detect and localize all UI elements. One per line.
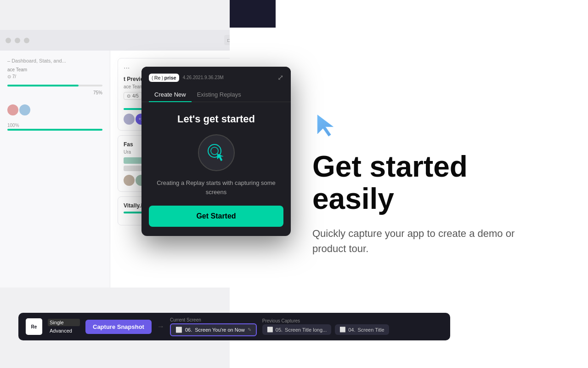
popup-tabs: Create New Existing Replays <box>141 87 291 102</box>
browser-bar <box>0 30 230 51</box>
screen-icon: ⬜ <box>175 327 182 333</box>
browser-dot-1 <box>6 38 11 43</box>
reprise-logo-small: Re <box>26 318 42 335</box>
current-screen-section: Current Screen ⬜ 06. Screen You're on No… <box>170 317 257 336</box>
prev-screens-list: ⬜ 05. Screen Title long... ⬜ 04. Screen … <box>262 324 389 335</box>
toolbar-btn-1[interactable]: □ <box>224 35 230 45</box>
badge-progress: ⊙ 4/5 <box>124 92 142 100</box>
prev-screen-icon-1: ⬜ <box>267 327 273 333</box>
logo-text: Re <box>31 324 37 329</box>
card-2-avatar-1 <box>124 175 135 186</box>
tab-create-new[interactable]: Create New <box>149 87 192 102</box>
prev-screen-num-2: 04. <box>348 327 355 333</box>
popup-logo: ( Re ) prise 4.26.2021.9.36.23M <box>149 74 224 82</box>
popup-body: Let's get started Creating a Replay star… <box>141 102 291 236</box>
extension-popup: ( Re ) prise 4.26.2021.9.36.23M ⤢ Create… <box>141 67 291 236</box>
capture-snapshot-button[interactable]: Capture Snapshot <box>85 320 152 334</box>
current-screen-name: Screen You're on Now <box>195 327 245 333</box>
edit-icon[interactable]: ✎ <box>248 327 251 332</box>
popup-heading: Let's get started <box>149 113 283 125</box>
prev-screen-num-1: 05. <box>276 327 283 333</box>
click-icon <box>205 142 227 164</box>
mode-advanced[interactable]: Advanced <box>48 327 80 334</box>
logo-badge: ( Re ) prise <box>149 74 179 82</box>
popup-version: 4.26.2021.9.36.23M <box>183 75 224 80</box>
browser-dot-3 <box>24 38 29 43</box>
hero-title: Get started easily <box>312 150 551 215</box>
popup-header: ( Re ) prise 4.26.2021.9.36.23M ⤢ <box>141 67 291 82</box>
external-link-icon[interactable]: ⤢ <box>277 73 283 82</box>
prev-screen-1: ⬜ 05. Screen Title long... <box>262 324 331 335</box>
prev-screen-2: ⬜ 04. Screen Title <box>335 324 389 335</box>
prev-captures-label: Previous Captures <box>262 318 389 323</box>
cursor-icon <box>312 112 340 139</box>
prev-screen-name-1: Screen Title long... <box>285 327 327 333</box>
avatar-1 <box>124 114 135 125</box>
current-screen-pill[interactable]: ⬜ 06. Screen You're on Now ✎ <box>170 323 257 336</box>
previous-captures-section: Previous Captures ⬜ 05. Screen Title lon… <box>262 318 389 335</box>
arrow-divider: → <box>157 322 164 331</box>
capture-bar: Re Single Advanced Capture Snapshot → Cu… <box>18 313 450 340</box>
browser-dot-2 <box>15 38 20 43</box>
app-sidebar: – Dashboard, Stats, and... ace Team ⊙ 7/… <box>0 51 110 288</box>
prev-screen-name-2: Screen Title <box>357 327 384 333</box>
popup-description: Creating a Replay starts with capturing … <box>149 178 283 196</box>
current-screen-num: 06. <box>185 327 192 333</box>
hero-subtitle: Quickly capture your app to create a dem… <box>312 226 533 256</box>
current-screen-label: Current Screen <box>170 317 257 322</box>
capture-modes: Single Advanced <box>48 319 80 334</box>
svg-point-1 <box>211 147 218 155</box>
prev-screen-icon-2: ⬜ <box>339 327 346 333</box>
click-icon-wrapper <box>198 134 235 171</box>
tab-existing-replays[interactable]: Existing Replays <box>192 87 247 102</box>
mode-single[interactable]: Single <box>48 319 80 326</box>
get-started-button[interactable]: Get Started <box>149 206 283 227</box>
square-icon-1: □ <box>227 38 230 43</box>
